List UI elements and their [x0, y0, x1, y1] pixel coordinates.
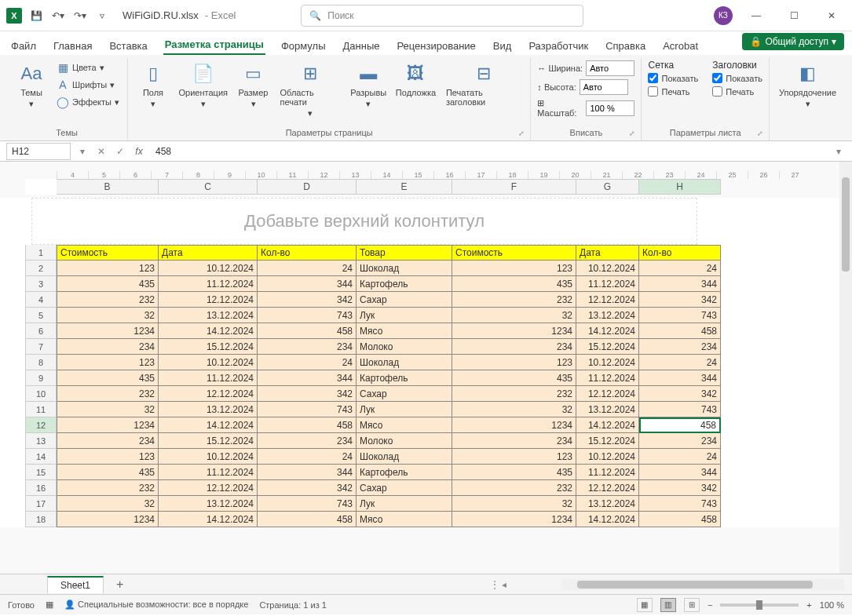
row-header-14[interactable]: 14: [25, 449, 57, 465]
table-header[interactable]: Стоимость: [452, 245, 576, 261]
col-header-F[interactable]: F: [452, 179, 576, 195]
cell[interactable]: 435: [57, 370, 159, 386]
save-icon[interactable]: 💾: [28, 8, 44, 24]
cell[interactable]: Сахар: [357, 480, 452, 496]
cell[interactable]: 1234: [57, 417, 159, 433]
tab-developer[interactable]: Разработчик: [527, 37, 590, 55]
cell[interactable]: 15.12.2024: [576, 339, 639, 355]
cell[interactable]: 32: [452, 496, 576, 512]
sheetopts-launcher[interactable]: ⤢: [756, 129, 764, 137]
row-header-15[interactable]: 15: [25, 465, 57, 480]
row-header-13[interactable]: 13: [25, 433, 57, 449]
headings-show-checkbox[interactable]: Показать: [712, 72, 762, 84]
cell[interactable]: Молоко: [357, 433, 452, 449]
orientation-button[interactable]: 📄Ориентация▾: [177, 60, 230, 111]
cell[interactable]: 123: [57, 449, 159, 465]
gridlines-show-checkbox[interactable]: Показать: [648, 72, 698, 84]
themes-button[interactable]: AаТемы▾: [13, 60, 50, 111]
cell[interactable]: 458: [258, 512, 357, 527]
cell[interactable]: 342: [258, 386, 357, 402]
cell[interactable]: 123: [452, 261, 576, 276]
cell[interactable]: 12.12.2024: [576, 386, 639, 402]
view-pagebreak[interactable]: ⊞: [684, 598, 700, 612]
accessibility-status[interactable]: 👤 Специальные возможности: все в порядке: [64, 600, 248, 610]
scale-input[interactable]: [586, 100, 634, 116]
cell[interactable]: 32: [452, 308, 576, 323]
cell[interactable]: 32: [452, 402, 576, 417]
row-header-18[interactable]: 18: [25, 512, 57, 527]
col-header-G[interactable]: G: [576, 179, 639, 195]
row-header-6[interactable]: 6: [25, 323, 57, 339]
undo-icon[interactable]: ↶▾: [50, 8, 66, 24]
cell[interactable]: 743: [639, 496, 721, 512]
cell[interactable]: 1234: [452, 323, 576, 339]
sheet-tabs-menu[interactable]: ⋮ ◂: [490, 579, 506, 590]
cell[interactable]: 234: [452, 339, 576, 355]
headings-print-checkbox[interactable]: Печать: [712, 86, 762, 97]
cell[interactable]: 13.12.2024: [576, 402, 639, 417]
cell[interactable]: 12.12.2024: [576, 292, 639, 308]
table-header[interactable]: Кол-во: [639, 245, 721, 261]
tab-review[interactable]: Рецензирование: [395, 37, 477, 55]
cell[interactable]: 743: [258, 402, 357, 417]
cell[interactable]: 232: [57, 386, 159, 402]
cell[interactable]: 11.12.2024: [576, 465, 639, 480]
cell[interactable]: Картофель: [357, 370, 452, 386]
cell[interactable]: 435: [452, 465, 576, 480]
cell[interactable]: 11.12.2024: [159, 276, 258, 292]
vertical-scrollbar[interactable]: [839, 162, 852, 574]
share-button[interactable]: 🔒 Общий доступ ▾: [742, 33, 844, 50]
cell[interactable]: 24: [639, 355, 721, 370]
table-header[interactable]: Дата: [576, 245, 639, 261]
cell[interactable]: Лук: [357, 496, 452, 512]
cell[interactable]: Картофель: [357, 276, 452, 292]
gridlines-print-checkbox[interactable]: Печать: [648, 86, 698, 97]
breaks-button[interactable]: ▬Разрывы▾: [348, 60, 389, 111]
row-header-16[interactable]: 16: [25, 480, 57, 496]
cell[interactable]: 11.12.2024: [159, 370, 258, 386]
cell[interactable]: 11.12.2024: [576, 276, 639, 292]
cell[interactable]: 458: [639, 512, 721, 527]
cell[interactable]: Шоколад: [357, 355, 452, 370]
cell[interactable]: 123: [452, 449, 576, 465]
pagesetup-launcher[interactable]: ⤢: [517, 129, 525, 137]
tab-acrobat[interactable]: Acrobat: [661, 37, 700, 55]
macro-icon[interactable]: ▦: [46, 600, 53, 610]
cell[interactable]: 123: [452, 355, 576, 370]
cell[interactable]: 344: [639, 465, 721, 480]
cell[interactable]: 13.12.2024: [159, 402, 258, 417]
cell[interactable]: 13.12.2024: [159, 308, 258, 323]
colors-button[interactable]: ▦Цвета▾: [55, 60, 121, 75]
close-button[interactable]: ✕: [817, 5, 846, 27]
background-button[interactable]: 🖼Подложка: [393, 60, 438, 99]
cell[interactable]: 234: [258, 339, 357, 355]
cell[interactable]: Картофель: [357, 465, 452, 480]
cell[interactable]: 24: [639, 449, 721, 465]
cell[interactable]: Молоко: [357, 339, 452, 355]
cell[interactable]: Мясо: [357, 323, 452, 339]
cell[interactable]: 24: [258, 355, 357, 370]
margins-button[interactable]: ▯Поля▾: [134, 60, 172, 111]
row-header-3[interactable]: 3: [25, 276, 57, 292]
arrange-button[interactable]: ◧Упорядочение▾: [776, 60, 839, 111]
cell[interactable]: 344: [639, 276, 721, 292]
cell[interactable]: 435: [57, 465, 159, 480]
cell[interactable]: Мясо: [357, 417, 452, 433]
width-input[interactable]: [586, 60, 634, 76]
cell[interactable]: 12.12.2024: [159, 292, 258, 308]
cell[interactable]: 234: [57, 433, 159, 449]
cell[interactable]: 344: [258, 465, 357, 480]
cell[interactable]: 344: [258, 370, 357, 386]
cell[interactable]: 123: [57, 261, 159, 276]
formula-value[interactable]: 458: [151, 146, 827, 157]
col-header-B[interactable]: B: [57, 179, 159, 195]
row-header-7[interactable]: 7: [25, 339, 57, 355]
cell[interactable]: 15.12.2024: [159, 433, 258, 449]
cell[interactable]: 435: [452, 370, 576, 386]
tab-pagelayout[interactable]: Разметка страницы: [163, 35, 265, 55]
cell[interactable]: 234: [639, 339, 721, 355]
row-header-10[interactable]: 10: [25, 386, 57, 402]
col-header-E[interactable]: E: [357, 179, 452, 195]
table-header[interactable]: Дата: [159, 245, 258, 261]
cell[interactable]: 342: [639, 480, 721, 496]
